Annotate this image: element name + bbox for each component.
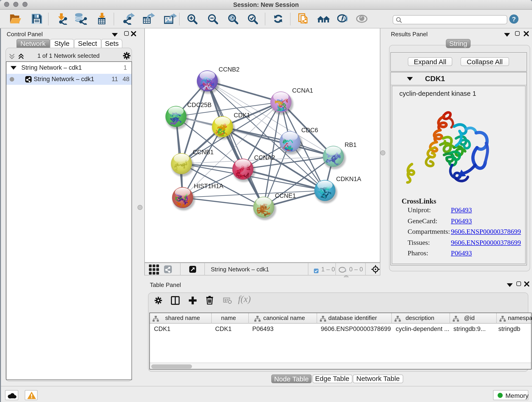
svg-text:CCNA1: CCNA1 <box>292 87 313 94</box>
svg-text:RB1: RB1 <box>345 141 357 148</box>
svg-text:?: ? <box>512 16 516 23</box>
svg-text:HIST1H1A: HIST1H1A <box>194 183 223 190</box>
svg-text:CDC6: CDC6 <box>301 127 318 134</box>
svg-text:CCNB2: CCNB2 <box>219 66 240 73</box>
svg-text:CCNE1: CCNE1 <box>275 192 296 199</box>
svg-text:CDC25B: CDC25B <box>187 102 212 108</box>
svg-text:CCNA2: CCNA2 <box>254 154 275 161</box>
svg-text:CDKN1A: CDKN1A <box>336 176 361 182</box>
svg-text:CCNB1: CCNB1 <box>193 149 214 156</box>
svg-text:CDK1: CDK1 <box>234 112 250 119</box>
